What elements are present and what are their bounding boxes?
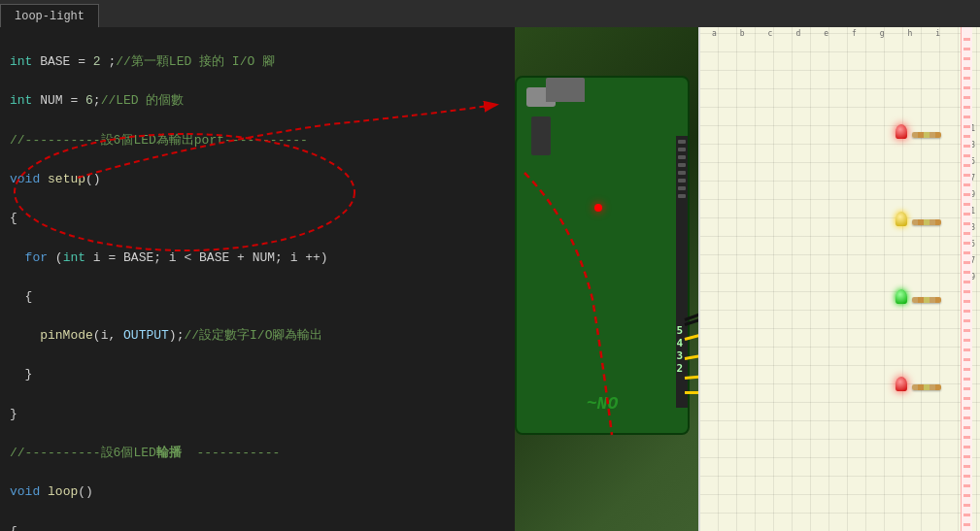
resistor-3 — [912, 297, 941, 303]
breadboard: abcdefghi+ 2357911131517192123252729 — [698, 27, 980, 531]
arduino-text: ~NO — [587, 394, 618, 414]
led-1-red — [896, 124, 907, 139]
resistor-1 — [912, 132, 941, 138]
board-led-red — [594, 204, 602, 212]
photo-panel: 5 4 3 2 ~NO abcdefgh — [515, 27, 980, 531]
main-area: int BASE = 2 ;//第一顆LED 接的 I/O 腳 int NUM … — [0, 27, 980, 531]
keyword-int: int — [10, 54, 32, 69]
tab-bar: loop-light — [0, 0, 980, 27]
code-content: int BASE = 2 ;//第一顆LED 接的 I/O 腳 int NUM … — [0, 27, 515, 531]
code-editor[interactable]: int BASE = 2 ;//第一顆LED 接的 I/O 腳 int NUM … — [0, 27, 515, 531]
led-3-green — [896, 289, 907, 304]
arduino-board: 5 4 3 2 ~NO — [515, 76, 690, 435]
led-2-yellow — [896, 212, 907, 226]
tab-loop-light[interactable]: loop-light — [0, 4, 99, 27]
circuit-simulation: 5 4 3 2 ~NO abcdefgh — [515, 27, 980, 531]
tab-label: loop-light — [15, 10, 84, 23]
resistor-2 — [912, 219, 941, 225]
resistor-4 — [912, 384, 941, 390]
led-4-red — [896, 377, 907, 391]
